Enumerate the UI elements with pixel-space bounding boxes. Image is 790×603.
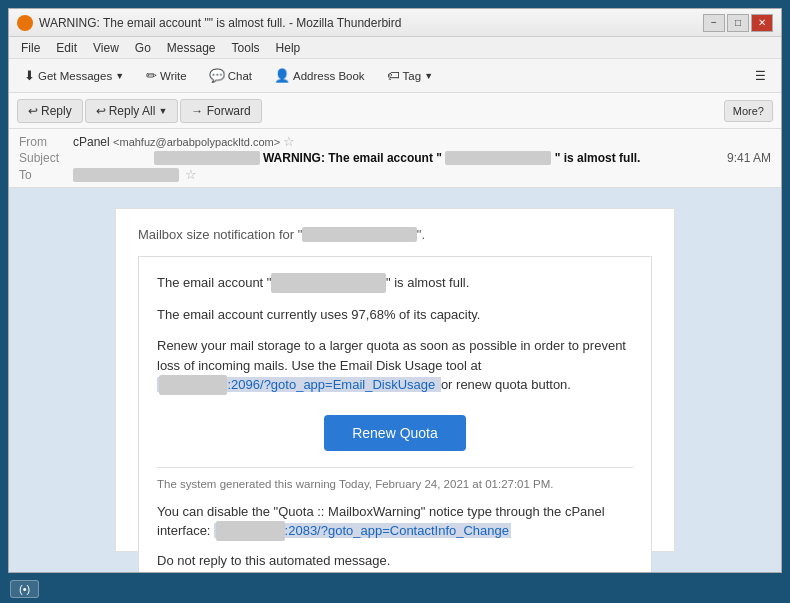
renew-btn-wrap: Renew Quota (157, 415, 633, 451)
email-timestamp: 9:41 AM (727, 151, 771, 165)
menu-view[interactable]: View (85, 39, 127, 57)
email-content-area: Mailbox size notification for "█████████… (9, 188, 781, 572)
subject-row: Subject ████████████ WARNING: The email … (19, 150, 771, 166)
email-body: Mailbox size notification for "█████████… (115, 208, 675, 552)
menu-bar: File Edit View Go Message Tools Help (9, 37, 781, 59)
para-1: The email account "████████████" is almo… (157, 273, 633, 293)
main-toolbar: ⬇ Get Messages ▼ ✏ Write 💬 Chat 👤 Addres… (9, 59, 781, 93)
thunderbird-window: WARNING: The email account "" is almost … (8, 8, 782, 573)
menu-go[interactable]: Go (127, 39, 159, 57)
address-book-icon: 👤 (274, 68, 290, 83)
menu-tools[interactable]: Tools (224, 39, 268, 57)
maximize-button[interactable]: □ (727, 14, 749, 32)
notification-header: Mailbox size notification for "█████████… (138, 227, 652, 242)
get-messages-icon: ⬇ (24, 68, 35, 83)
window-controls: − □ ✕ (703, 14, 773, 32)
write-button[interactable]: ✏ Write (137, 64, 196, 87)
disk-usage-link[interactable]: ███████:2096/?goto_app=Email_DiskUsage (157, 377, 441, 392)
subject-label: Subject (19, 151, 67, 165)
subject-account-blurred: ████████████ (445, 151, 551, 165)
email-body-box: The email account "████████████" is almo… (138, 256, 652, 572)
chat-button[interactable]: 💬 Chat (200, 64, 261, 87)
from-value: cPanel <mahfuz@arbabpolypackltd.com> ☆ (73, 134, 295, 149)
chat-icon: 💬 (209, 68, 225, 83)
menu-file[interactable]: File (13, 39, 48, 57)
email-body-inner: Mailbox size notification for "█████████… (116, 209, 674, 572)
contact-info-link[interactable]: ███████:2083/?goto_app=ContactInfo_Chang… (214, 523, 511, 538)
email-headers: From cPanel <mahfuz@arbabpolypackltd.com… (9, 129, 781, 188)
taskbar: (•) (0, 575, 790, 603)
reply-icon: ↩ (28, 104, 38, 118)
disk-link-blurred: ███████ (159, 375, 227, 395)
menu-icon-button[interactable]: ☰ (746, 65, 775, 87)
to-label: To (19, 168, 67, 182)
reply-all-button[interactable]: ↩ Reply All ▼ (85, 99, 179, 123)
window-title: WARNING: The email account "" is almost … (39, 16, 703, 30)
para-3: Renew your mail storage to a larger quot… (157, 336, 633, 395)
from-label: From (19, 135, 67, 149)
tag-icon: 🏷 (387, 68, 400, 83)
app-icon (17, 15, 33, 31)
menu-help[interactable]: Help (268, 39, 309, 57)
from-star-icon[interactable]: ☆ (283, 134, 295, 149)
menu-message[interactable]: Message (159, 39, 224, 57)
address-book-button[interactable]: 👤 Address Book (265, 64, 374, 87)
disable-note: You can disable the "Quota :: MailboxWar… (157, 502, 633, 541)
get-messages-button[interactable]: ⬇ Get Messages ▼ (15, 64, 133, 87)
minimize-button[interactable]: − (703, 14, 725, 32)
forward-button[interactable]: → Forward (180, 99, 261, 123)
email-action-toolbar: ↩ Reply ↩ Reply All ▼ → Forward More? (9, 93, 781, 129)
divider (157, 467, 633, 468)
to-row: To ████████████ ☆ (19, 166, 771, 183)
title-bar: WARNING: The email account "" is almost … (9, 9, 781, 37)
account-name-blurred: ████████████ (271, 273, 386, 293)
tag-button[interactable]: 🏷 Tag ▼ (378, 64, 442, 87)
to-value-blurred: ████████████ (73, 168, 179, 182)
to-star-icon[interactable]: ☆ (185, 167, 197, 182)
para-2: The email account currently uses 97,68% … (157, 305, 633, 325)
subject-value: ████████████ WARNING: The email account … (154, 151, 641, 165)
taskbar-item[interactable]: (•) (10, 580, 39, 598)
reply-all-icon: ↩ (96, 104, 106, 118)
notification-email-blurred: ████████████ (302, 227, 417, 242)
disable-link-blurred: ███████ (216, 521, 284, 541)
system-note: The system generated this warning Today,… (157, 478, 633, 490)
menu-edit[interactable]: Edit (48, 39, 85, 57)
subject-blurred: ████████████ (154, 151, 260, 165)
no-reply: Do not reply to this automated message. (157, 553, 633, 568)
hamburger-icon: ☰ (755, 69, 766, 83)
close-button[interactable]: ✕ (751, 14, 773, 32)
from-row: From cPanel <mahfuz@arbabpolypackltd.com… (19, 133, 771, 150)
write-icon: ✏ (146, 68, 157, 83)
reply-all-dropdown-icon: ▼ (158, 106, 167, 116)
more-button[interactable]: More? (724, 100, 773, 122)
renew-quota-button[interactable]: Renew Quota (324, 415, 466, 451)
reply-button[interactable]: ↩ Reply (17, 99, 83, 123)
